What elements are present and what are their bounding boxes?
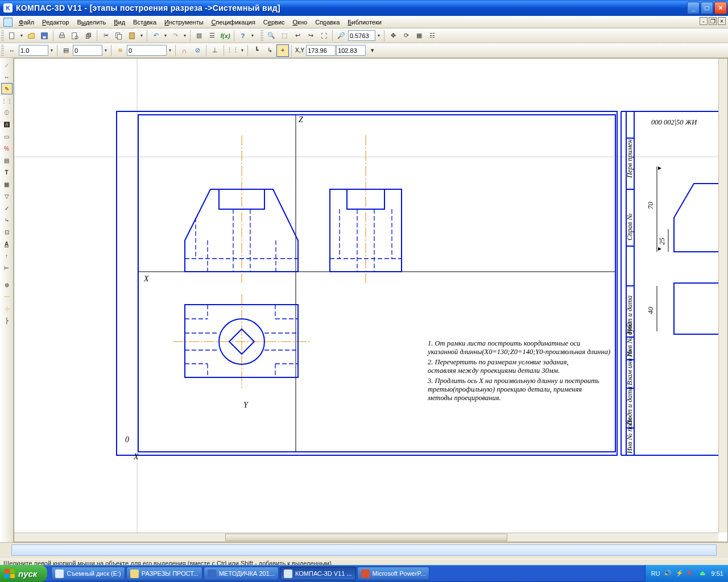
taskbar-item-word[interactable]: МЕТОДИЧКА 201... xyxy=(204,567,279,580)
redo-button[interactable]: ↷ xyxy=(169,30,181,42)
mdi-close-button[interactable]: × xyxy=(718,17,726,25)
grid-button[interactable]: ⋮⋮ xyxy=(226,44,239,57)
help-dropdown[interactable]: ▾ xyxy=(250,30,255,42)
ortho-button[interactable]: ┗ xyxy=(250,44,263,57)
step-dropdown[interactable]: ▾ xyxy=(49,44,55,57)
undo-dropdown[interactable]: ▾ xyxy=(163,30,168,42)
center-tool[interactable]: ⊕ xyxy=(1,279,13,290)
undo-button[interactable]: ↶ xyxy=(150,30,162,42)
layer-dropdown[interactable]: ▾ xyxy=(167,44,173,57)
taskbar-item-powerpoint[interactable]: Microsoft PowerP... xyxy=(357,567,430,580)
style-dropdown[interactable]: ▾ xyxy=(103,44,109,57)
base-tool[interactable]: ▽ xyxy=(1,190,13,202)
menu-view[interactable]: Вид xyxy=(110,18,129,27)
cursor-y-input[interactable] xyxy=(336,45,366,56)
plot-button[interactable]: 🗐 xyxy=(82,30,94,42)
snap-on-button[interactable]: ∩ xyxy=(178,44,191,57)
redraw-button[interactable]: ⟳ xyxy=(400,30,412,42)
copy-button[interactable] xyxy=(113,30,125,42)
zoom-prev-button[interactable]: ↩ xyxy=(291,30,304,42)
snap-off-button[interactable]: ⊘ xyxy=(191,44,204,57)
view-toolbar-handle[interactable] xyxy=(260,30,263,41)
tray-icon-safely-remove[interactable]: ⏏ xyxy=(700,569,708,578)
print-button[interactable] xyxy=(56,30,68,42)
text-tool[interactable]: T xyxy=(1,167,13,178)
new-dropdown[interactable]: ▾ xyxy=(19,30,24,42)
menu-window[interactable]: Окно xyxy=(289,18,312,27)
grid-toggle-button[interactable]: ☷ xyxy=(426,30,439,42)
menu-spec[interactable]: Спецификация xyxy=(208,18,259,27)
menu-insert[interactable]: Вставка xyxy=(129,18,160,27)
window-minimize-button[interactable]: _ xyxy=(687,2,700,14)
tolerance-tool[interactable]: ⊡ xyxy=(1,226,13,238)
measure-tab[interactable]: 🅰 xyxy=(1,119,13,130)
open-button[interactable] xyxy=(25,30,38,42)
zoom-realtime-button[interactable]: 🔎 xyxy=(335,30,348,42)
axis-tool[interactable]: ⊹ xyxy=(1,303,13,314)
toolbar-handle[interactable] xyxy=(1,45,4,56)
tray-icon-network[interactable]: 🔊 xyxy=(664,569,672,578)
menu-file[interactable]: ФФайлайл xyxy=(15,18,38,27)
roughness-tool[interactable]: ✓ xyxy=(1,202,13,214)
doc-system-icon[interactable] xyxy=(3,18,13,27)
arrow-tool[interactable]: ↑ xyxy=(1,250,13,261)
views-toggle-button[interactable]: ▦ xyxy=(413,30,425,42)
redo-dropdown[interactable]: ▾ xyxy=(182,30,188,42)
help-button[interactable]: ? xyxy=(237,30,249,42)
start-button[interactable]: пуск xyxy=(0,565,47,582)
taskbar-item-removable-disk[interactable]: Съемный диск (E:) xyxy=(51,567,125,580)
taskbar-item-folder[interactable]: РАЗРЕЗЫ ПРОСТ... xyxy=(126,567,202,580)
menu-service[interactable]: Сервис xyxy=(259,18,289,27)
zoom-fit-button[interactable]: ⛶ xyxy=(317,30,330,42)
cursor-x-input[interactable] xyxy=(306,45,336,56)
leader-tool[interactable]: ⤷ xyxy=(1,214,13,226)
step-input[interactable] xyxy=(19,45,48,56)
window-maximize-button[interactable]: □ xyxy=(701,2,713,14)
zoom-next-button[interactable]: ↪ xyxy=(304,30,317,42)
coords-menu-button[interactable]: ▾ xyxy=(366,44,379,57)
layer-input[interactable] xyxy=(127,45,167,56)
horizontal-scrollbar[interactable] xyxy=(14,533,718,542)
toolbar-handle[interactable] xyxy=(1,30,4,41)
param-tab[interactable]: ⏀ xyxy=(1,107,13,118)
manager-button[interactable]: ▥ xyxy=(193,30,205,42)
wave-tool[interactable]: 〰 xyxy=(1,291,13,302)
paste-button[interactable] xyxy=(126,30,138,42)
property-panel-bar[interactable] xyxy=(11,544,717,556)
brace-tool[interactable]: ⎬ xyxy=(1,315,13,326)
dimensions-tab[interactable]: ↔ xyxy=(1,71,13,82)
system-tray[interactable]: RU 🔊 ⚡ K ⏏ 9:51 xyxy=(645,565,728,582)
taskbar-item-kompas[interactable]: КОМПАС-3D V11 ... xyxy=(280,567,356,580)
tray-clock[interactable]: 9:51 xyxy=(712,570,723,577)
notation-tab[interactable]: ✎ xyxy=(1,83,13,94)
round-button[interactable]: ↳ xyxy=(263,44,276,57)
zoom-dropdown[interactable]: ▾ xyxy=(376,30,382,42)
cut-button[interactable]: ✂ xyxy=(100,30,112,42)
mdi-restore-button[interactable]: ❐ xyxy=(709,17,717,25)
pan-button[interactable]: ✥ xyxy=(387,30,399,42)
tray-icon-update[interactable]: ⚡ xyxy=(676,569,684,578)
variables-button[interactable]: f(x) xyxy=(219,30,231,42)
menu-help[interactable]: Справка xyxy=(311,18,344,27)
zoom-window-button[interactable]: ⬚ xyxy=(278,30,291,42)
properties-button[interactable]: ☰ xyxy=(206,30,218,42)
zoom-input[interactable] xyxy=(348,30,375,41)
edit-tab[interactable]: ⋮⋮ xyxy=(1,95,13,106)
menu-tools[interactable]: Инструменты xyxy=(160,18,208,27)
grid-dropdown[interactable]: ▾ xyxy=(239,44,245,57)
cutline-tool[interactable]: ⊢ xyxy=(1,262,13,273)
style-input[interactable] xyxy=(73,45,102,56)
menu-select[interactable]: Выделить xyxy=(73,18,110,27)
axis-button[interactable]: ⊥ xyxy=(209,44,221,57)
vertical-scrollbar[interactable] xyxy=(718,59,727,533)
table-tool[interactable]: ▦ xyxy=(1,178,13,190)
paste-dropdown[interactable]: ▾ xyxy=(139,30,144,42)
preview-button[interactable] xyxy=(69,30,81,42)
spec-tab[interactable]: ▤ xyxy=(1,155,13,166)
mdi-minimize-button[interactable]: - xyxy=(700,17,708,25)
geometry-tab[interactable]: ⟋ xyxy=(1,59,13,70)
menu-libs[interactable]: Библиотеки xyxy=(344,18,386,27)
local-cs-button[interactable]: ⌖ xyxy=(276,44,289,57)
drawing-canvas[interactable]: Z X Y 0 X xyxy=(14,58,728,542)
new-button[interactable] xyxy=(6,30,18,42)
